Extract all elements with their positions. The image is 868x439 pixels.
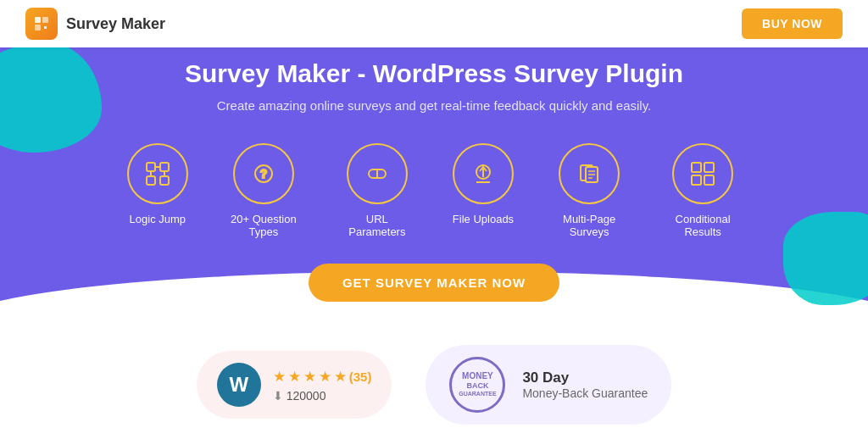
file-uploads-icon-circle [453,143,514,204]
multipage-icon-circle [559,143,620,204]
feature-logic-jump: Logic Jump [127,143,188,238]
feature-multipage: Multi-Page Surveys [551,143,627,238]
svg-rect-3 [44,26,47,29]
feature-url-params: URL Parameters [339,143,415,238]
cta-button[interactable]: GET SURVEY MAKER NOW [309,264,559,302]
star-2: ★ [288,368,301,386]
url-params-label: URL Parameters [339,213,415,238]
guarantee-word: GUARANTEE [459,391,496,397]
wordpress-rating-pill: W ★ ★ ★ ★ ★ (35) ⬇ 120000 [197,351,392,419]
guarantee-badge: MONEY BACK GUARANTEE [449,357,505,413]
logic-jump-label: Logic Jump [130,213,186,225]
guarantee-text: 30 Day Money-Back Guarantee [522,370,648,400]
hero-title: Survey Maker - WordPress Survey Plugin [0,59,868,88]
feature-conditional: Conditional Results [665,143,741,238]
logo-text: Survey Maker [66,15,165,33]
svg-rect-25 [692,175,701,185]
feature-file-uploads: File Uploads [453,143,514,238]
multipage-label: Multi-Page Surveys [551,213,627,238]
url-params-icon-circle [347,143,408,204]
rating-count: (35) [349,370,372,384]
svg-rect-4 [147,163,155,171]
svg-rect-0 [35,17,41,23]
svg-text:?: ? [260,167,268,181]
logic-jump-icon-circle [127,143,188,204]
svg-rect-26 [704,175,714,185]
stars-row: ★ ★ ★ ★ ★ (35) [273,368,372,386]
guarantee-title: 30 Day [522,370,648,386]
buy-now-button[interactable]: BUY NOW [742,8,843,39]
guarantee-money: MONEY [462,371,493,381]
star-3: ★ [303,368,316,386]
downloads-row: ⬇ 120000 [273,389,372,403]
svg-rect-23 [692,163,701,172]
logo-icon [25,8,58,40]
features-row: Logic Jump ? 20+ Question Types URL Para… [0,143,868,238]
wordpress-logo: W [217,363,261,407]
rating-area: ★ ★ ★ ★ ★ (35) ⬇ 120000 [273,368,372,403]
star-4: ★ [319,368,331,386]
question-types-label: 20+ Question Types [225,213,302,238]
feature-question-types: ? 20+ Question Types [225,143,302,238]
svg-rect-7 [160,176,169,185]
logo-area: Survey Maker [25,8,165,40]
star-5: ★ [334,368,347,386]
guarantee-subtitle: Money-Back Guarantee [522,386,648,400]
svg-rect-1 [42,17,48,23]
hero-subtitle: Create amazing online surveys and get re… [0,98,868,113]
download-icon: ⬇ [273,389,283,403]
guarantee-back: BACK [466,381,488,391]
svg-rect-24 [704,163,714,172]
hero-content: Survey Maker - WordPress Survey Plugin C… [0,59,868,302]
svg-rect-2 [35,25,41,31]
downloads-count: 120000 [287,389,326,403]
svg-rect-5 [160,163,169,171]
svg-rect-6 [147,176,155,185]
bottom-section: W ★ ★ ★ ★ ★ (35) ⬇ 120000 MONEY BACK GUA… [0,331,868,439]
conditional-icon-circle [672,143,733,204]
file-uploads-label: File Uploads [453,213,514,225]
guarantee-pill: MONEY BACK GUARANTEE 30 Day Money-Back G… [426,345,671,425]
question-types-icon-circle: ? [233,143,294,204]
conditional-label: Conditional Results [665,213,741,238]
header: Survey Maker BUY NOW [0,0,868,47]
star-1: ★ [273,368,286,386]
